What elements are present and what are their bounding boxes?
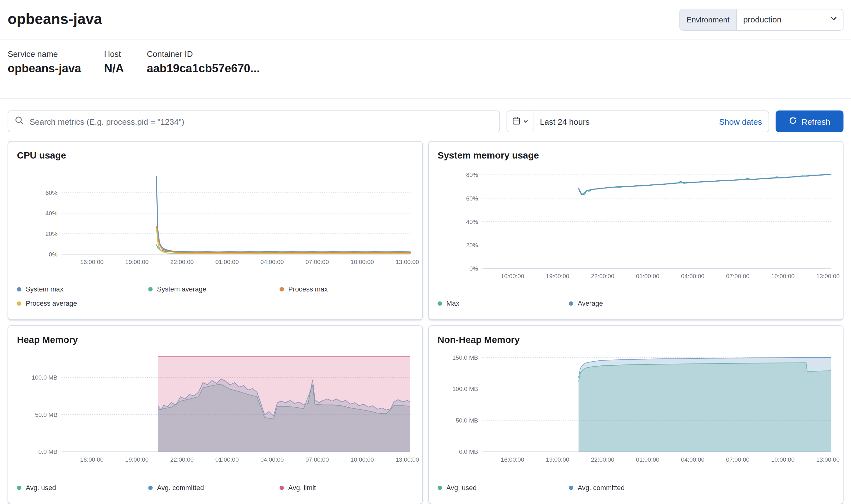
svg-text:04:00:00: 04:00:00 bbox=[681, 273, 705, 280]
svg-text:22:00:00: 22:00:00 bbox=[170, 259, 194, 265]
svg-text:04:00:00: 04:00:00 bbox=[260, 259, 284, 265]
svg-text:07:00:00: 07:00:00 bbox=[726, 456, 750, 463]
cpu-usage-legend: System maxSystem averageProcess maxProce… bbox=[17, 282, 413, 311]
svg-text:16:00:00: 16:00:00 bbox=[80, 259, 104, 265]
non-heap-memory-panel: Non-Heap Memory 0.0 MB50.0 MB100.0 MB150… bbox=[428, 325, 844, 504]
svg-text:10:00:00: 10:00:00 bbox=[771, 273, 795, 280]
svg-text:100.0 MB: 100.0 MB bbox=[453, 385, 478, 392]
legend-label: System max bbox=[25, 286, 63, 293]
metrics-search-box bbox=[7, 110, 500, 132]
svg-text:0.0 MB: 0.0 MB bbox=[38, 448, 57, 455]
legend-dot bbox=[569, 301, 573, 306]
svg-text:10:00:00: 10:00:00 bbox=[771, 456, 795, 463]
legend-item[interactable]: Avg. used bbox=[17, 481, 148, 495]
svg-text:0%: 0% bbox=[469, 265, 478, 272]
legend-item[interactable]: Avg. limit bbox=[280, 481, 411, 495]
legend-item[interactable]: Avg. committed bbox=[148, 481, 280, 495]
svg-text:22:00:00: 22:00:00 bbox=[591, 273, 615, 280]
svg-text:13:00:00: 13:00:00 bbox=[395, 259, 419, 265]
svg-text:0.0 MB: 0.0 MB bbox=[459, 448, 478, 455]
page-title: opbeans-java bbox=[7, 11, 102, 28]
svg-text:0%: 0% bbox=[49, 251, 57, 258]
legend-item[interactable]: System max bbox=[17, 282, 148, 296]
container-id-label: Container ID bbox=[147, 49, 260, 58]
heap-memory-chart[interactable]: 0.0 MB50.0 MB100.0 MB16:00:0019:00:0022:… bbox=[17, 350, 413, 465]
svg-text:150.0 MB: 150.0 MB bbox=[453, 354, 478, 361]
svg-text:19:00:00: 19:00:00 bbox=[546, 456, 569, 463]
cpu-usage-chart[interactable]: 0%20%40%60%16:00:0019:00:0022:00:0001:00… bbox=[17, 166, 413, 268]
heap-memory-legend: Avg. usedAvg. committedAvg. limit bbox=[17, 481, 413, 495]
system-memory-usage-chart[interactable]: 0%20%40%60%80%16:00:0019:00:0022:00:0001… bbox=[438, 166, 834, 282]
svg-text:16:00:00: 16:00:00 bbox=[80, 456, 104, 463]
svg-text:100.0 MB: 100.0 MB bbox=[32, 374, 57, 381]
legend-label: System average bbox=[157, 286, 206, 293]
svg-text:19:00:00: 19:00:00 bbox=[125, 259, 148, 265]
legend-dot bbox=[280, 486, 284, 490]
non-heap-memory-legend: Avg. usedAvg. committed bbox=[438, 481, 834, 495]
svg-text:20%: 20% bbox=[46, 231, 57, 237]
non-heap-memory-title: Non-Heap Memory bbox=[438, 335, 834, 346]
svg-text:07:00:00: 07:00:00 bbox=[305, 456, 329, 463]
system-memory-usage-title: System memory usage bbox=[438, 150, 834, 161]
toolbar: Last 24 hours Show dates Refresh bbox=[0, 98, 851, 132]
environment-value-select[interactable]: production bbox=[737, 9, 843, 30]
svg-text:10:00:00: 10:00:00 bbox=[351, 456, 374, 463]
legend-item[interactable]: System average bbox=[148, 282, 280, 296]
cpu-usage-title: CPU usage bbox=[17, 150, 413, 161]
svg-text:60%: 60% bbox=[466, 195, 478, 202]
page: opbeans-java Environment production Serv… bbox=[0, 0, 851, 504]
refresh-label: Refresh bbox=[801, 117, 830, 126]
svg-text:50.0 MB: 50.0 MB bbox=[35, 412, 57, 418]
svg-text:01:00:00: 01:00:00 bbox=[636, 273, 659, 280]
legend-dot bbox=[280, 287, 284, 291]
svg-text:01:00:00: 01:00:00 bbox=[215, 259, 239, 265]
svg-text:19:00:00: 19:00:00 bbox=[125, 456, 148, 463]
legend-dot bbox=[148, 486, 153, 490]
legend-label: Avg. committed bbox=[157, 484, 204, 492]
header: opbeans-java Environment production bbox=[0, 0, 851, 39]
legend-dot bbox=[569, 486, 573, 490]
environment-label: Environment bbox=[680, 9, 737, 30]
legend-item[interactable]: Avg. committed bbox=[569, 481, 700, 495]
search-icon bbox=[15, 116, 24, 127]
svg-text:40%: 40% bbox=[466, 218, 478, 225]
container-id-field: Container ID aab19ca1cb57e670... bbox=[147, 49, 260, 98]
legend-label: Process max bbox=[288, 286, 328, 293]
legend-label: Avg. committed bbox=[578, 484, 625, 492]
svg-text:04:00:00: 04:00:00 bbox=[681, 456, 705, 463]
legend-dot bbox=[148, 287, 153, 291]
heap-memory-title: Heap Memory bbox=[17, 335, 413, 346]
svg-text:50.0 MB: 50.0 MB bbox=[456, 417, 478, 424]
legend-item[interactable]: Average bbox=[569, 296, 700, 311]
quick-select-button[interactable] bbox=[507, 111, 533, 132]
non-heap-memory-chart[interactable]: 0.0 MB50.0 MB100.0 MB150.0 MB16:00:0019:… bbox=[438, 350, 834, 465]
legend-item[interactable]: Max bbox=[438, 296, 569, 311]
svg-text:22:00:00: 22:00:00 bbox=[591, 456, 615, 463]
apm-service-metrics-page: opbeans-java Environment production Serv… bbox=[0, 0, 851, 504]
host-field: Host N/A bbox=[104, 49, 124, 98]
search-input[interactable] bbox=[29, 116, 493, 127]
legend-item[interactable]: Process max bbox=[280, 282, 411, 296]
svg-text:16:00:00: 16:00:00 bbox=[501, 273, 524, 280]
chart-panels: CPU usage 0%20%40%60%16:00:0019:00:0022:… bbox=[0, 132, 851, 504]
legend-label: Avg. limit bbox=[288, 484, 316, 492]
svg-text:16:00:00: 16:00:00 bbox=[501, 456, 524, 463]
show-dates-link[interactable]: Show dates bbox=[719, 117, 769, 126]
legend-dot bbox=[17, 301, 21, 306]
legend-dot bbox=[17, 486, 21, 490]
legend-item[interactable]: Avg. used bbox=[438, 481, 569, 495]
refresh-icon bbox=[789, 116, 797, 126]
svg-text:40%: 40% bbox=[46, 210, 57, 217]
svg-text:20%: 20% bbox=[466, 242, 478, 249]
refresh-button[interactable]: Refresh bbox=[776, 110, 844, 132]
legend-label: Max bbox=[446, 300, 459, 307]
time-range-value[interactable]: Last 24 hours bbox=[533, 117, 719, 126]
legend-label: Avg. used bbox=[446, 484, 477, 492]
svg-text:80%: 80% bbox=[466, 172, 478, 178]
container-id-value: aab19ca1cb57e670... bbox=[147, 62, 260, 75]
legend-label: Process average bbox=[25, 300, 77, 307]
system-memory-usage-panel: System memory usage 0%20%40%60%80%16:00:… bbox=[428, 141, 844, 320]
legend-item[interactable]: Process average bbox=[17, 296, 148, 311]
system-memory-usage-legend: MaxAverage bbox=[438, 296, 834, 311]
svg-text:01:00:00: 01:00:00 bbox=[636, 456, 659, 463]
